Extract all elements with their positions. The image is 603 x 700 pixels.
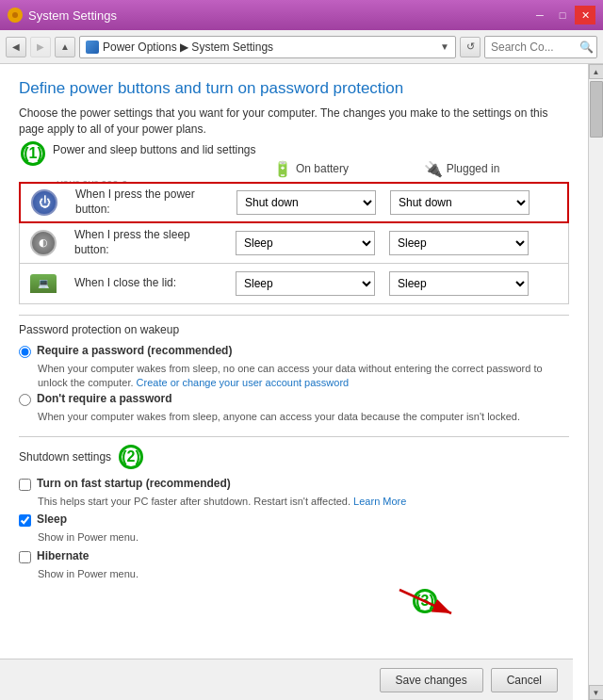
power-icon-area: ⏻ bbox=[21, 189, 68, 216]
search-icon[interactable]: 🔍 bbox=[579, 41, 594, 54]
sleep-row-label: When I press the sleep button: bbox=[67, 224, 232, 261]
up-button[interactable]: ▲ bbox=[55, 37, 75, 57]
annotation-arrow-3 bbox=[390, 585, 465, 621]
sleep-button-row: ◐ When I press the sleep button: Sleep S… bbox=[19, 222, 569, 264]
power-plugged-select[interactable]: Shut down Sleep Hibernate Do nothing Tur… bbox=[390, 190, 530, 215]
annotation-2: (2) bbox=[119, 445, 143, 469]
lid-plugged-dropdown[interactable]: Sleep Shut down Hibernate Do nothing bbox=[389, 271, 535, 296]
breadcrumb-icon bbox=[86, 41, 99, 54]
window-title: System Settings bbox=[28, 8, 117, 23]
require-password-label: Require a password (recommended) bbox=[37, 344, 232, 357]
lid-plugged-select[interactable]: Sleep Shut down Hibernate Do nothing bbox=[389, 271, 529, 296]
sleep-battery-dropdown[interactable]: Sleep Shut down Hibernate Do nothing bbox=[236, 231, 382, 255]
lid-icon-area: 💻 bbox=[20, 274, 67, 293]
shutdown-divider bbox=[19, 436, 569, 437]
sleep-icon-area: ◐ bbox=[20, 230, 67, 256]
power-row-label: When I press the power button: bbox=[68, 184, 233, 220]
require-password-desc: When your computer wakes from sleep, no … bbox=[38, 362, 569, 391]
page-title: Define power buttons and turn on passwor… bbox=[19, 79, 569, 98]
cancel-button[interactable]: Cancel bbox=[491, 668, 558, 692]
scrollbar-up-button[interactable]: ▲ bbox=[589, 64, 604, 79]
app-icon bbox=[8, 8, 23, 23]
password-divider bbox=[19, 315, 569, 316]
sleep-checkbox[interactable] bbox=[19, 514, 31, 527]
forward-button[interactable]: ▶ bbox=[30, 37, 51, 57]
save-button[interactable]: Save changes bbox=[380, 668, 483, 692]
settings-table: ⏻ When I press the power button: Shut do… bbox=[19, 182, 569, 304]
no-require-password-item: Don't require a password bbox=[19, 392, 569, 406]
no-require-password-label: Don't require a password bbox=[37, 392, 172, 405]
refresh-button[interactable]: ↺ bbox=[460, 37, 481, 57]
sleep-desc: Show in Power menu. bbox=[38, 530, 569, 545]
scrollbar-thumb[interactable] bbox=[590, 81, 603, 138]
power-plugged-dropdown[interactable]: Shut down Sleep Hibernate Do nothing Tur… bbox=[390, 190, 536, 215]
breadcrumb: Power Options ▶ System Settings ▼ bbox=[79, 36, 456, 58]
power-battery-select[interactable]: Shut down Sleep Hibernate Do nothing Tur… bbox=[236, 190, 376, 215]
title-bar-left: System Settings bbox=[8, 8, 117, 23]
back-button[interactable]: ◀ bbox=[6, 37, 26, 57]
main-content: Define power buttons and turn on passwor… bbox=[0, 64, 603, 700]
minimize-button[interactable]: ─ bbox=[530, 6, 550, 24]
power-icon: ⏻ bbox=[31, 189, 57, 216]
fast-startup-learn-more[interactable]: Learn More bbox=[353, 496, 406, 507]
column-headers: 🔋 On battery 🔌 Plugged in bbox=[19, 160, 569, 178]
scrollbar-down-button[interactable]: ▼ bbox=[589, 685, 604, 700]
settings-section-label: Power and sleep buttons and lid settings bbox=[53, 143, 569, 156]
lid-row-label: When I close the lid: bbox=[67, 272, 232, 295]
page-desc: Choose the power settings that you want … bbox=[19, 106, 569, 138]
scrollbar-track: ▲ ▼ bbox=[588, 64, 603, 700]
battery-icon: 🔋 bbox=[273, 160, 292, 178]
shutdown-section-title: Shutdown settings bbox=[19, 450, 111, 464]
password-radio-group: Require a password (recommended) When yo… bbox=[19, 344, 569, 425]
lid-battery-select[interactable]: Sleep Shut down Hibernate Do nothing bbox=[236, 271, 375, 296]
no-require-password-desc: When your computer wakes from sleep, any… bbox=[38, 410, 569, 424]
sleep-label: Sleep bbox=[37, 513, 67, 526]
window-controls: ─ □ ✕ bbox=[530, 6, 595, 24]
annotation-1: (1) bbox=[21, 141, 45, 166]
power-battery-dropdown[interactable]: Shut down Sleep Hibernate Do nothing Tur… bbox=[236, 190, 383, 215]
lid-battery-dropdown[interactable]: Sleep Shut down Hibernate Do nothing bbox=[236, 271, 382, 296]
button-bar: Save changes Cancel bbox=[0, 659, 573, 700]
create-password-link[interactable]: Create or change your user account passw… bbox=[137, 377, 350, 388]
col-plugged-header: 🔌 Plugged in bbox=[386, 160, 537, 178]
hibernate-desc: Show in Power menu. bbox=[38, 567, 569, 581]
require-password-radio[interactable] bbox=[19, 346, 31, 358]
lid-icon: 💻 bbox=[30, 274, 57, 293]
sleep-icon: ◐ bbox=[30, 230, 57, 256]
content-panel: Define power buttons and turn on passwor… bbox=[0, 64, 588, 700]
require-password-item: Require a password (recommended) bbox=[19, 344, 569, 358]
sleep-item: Sleep bbox=[19, 513, 569, 527]
hibernate-item: Hibernate bbox=[19, 549, 569, 563]
sleep-plugged-select[interactable]: Sleep Shut down Hibernate Do nothing bbox=[389, 231, 529, 255]
breadcrumb-text: Power Options ▶ System Settings bbox=[103, 41, 273, 54]
fast-startup-desc: This helps start your PC faster after sh… bbox=[38, 495, 569, 509]
close-button[interactable]: ✕ bbox=[575, 6, 595, 24]
power-button-row: ⏻ When I press the power button: Shut do… bbox=[19, 182, 569, 223]
maximize-button[interactable]: □ bbox=[552, 6, 573, 24]
shutdown-title-row: Shutdown settings (2) bbox=[19, 445, 569, 469]
fast-startup-checkbox[interactable] bbox=[19, 479, 31, 491]
sleep-battery-select[interactable]: Sleep Shut down Hibernate Do nothing bbox=[236, 231, 375, 255]
breadcrumb-dropdown[interactable]: ▼ bbox=[440, 41, 449, 52]
shutdown-settings: Turn on fast startup (recommended) This … bbox=[19, 477, 569, 581]
annotation-3-area: (3) bbox=[19, 585, 569, 623]
hibernate-checkbox[interactable] bbox=[19, 551, 31, 563]
password-section-title: Password protection on wakeup bbox=[19, 323, 569, 336]
no-require-password-radio[interactable] bbox=[19, 394, 31, 406]
title-bar: System Settings ─ □ ✕ bbox=[0, 0, 603, 30]
svg-point-1 bbox=[12, 12, 18, 18]
fast-startup-label: Turn on fast startup (recommended) bbox=[37, 477, 231, 490]
fast-startup-item: Turn on fast startup (recommended) bbox=[19, 477, 569, 491]
sleep-plugged-dropdown[interactable]: Sleep Shut down Hibernate Do nothing bbox=[389, 231, 535, 255]
address-bar: ◀ ▶ ▲ Power Options ▶ System Settings ▼ … bbox=[0, 30, 603, 64]
plug-icon: 🔌 bbox=[424, 160, 443, 178]
hibernate-label: Hibernate bbox=[37, 549, 89, 562]
col-battery-header: 🔋 On battery bbox=[236, 160, 386, 178]
search-wrapper: 🔍 bbox=[484, 36, 597, 58]
lid-row: 💻 When I close the lid: Sleep Shut down … bbox=[19, 263, 569, 304]
